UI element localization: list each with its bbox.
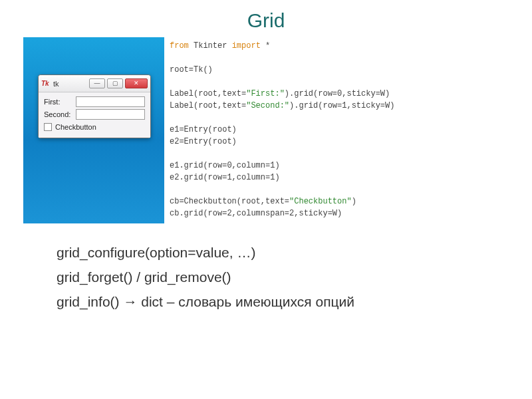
entry-second[interactable] [76, 109, 145, 120]
code-text: e2.grid(row=1,column=1) [170, 173, 280, 182]
code-text: ) [352, 197, 356, 206]
label-first: First: [44, 98, 76, 106]
code-text: Label(root,text= [170, 101, 246, 110]
form-row-first: First: [44, 96, 145, 107]
methods-block: grid_configure(option=value, …) grid_for… [0, 223, 532, 314]
window-title: tk [53, 80, 89, 88]
titlebar: Tk tk — ▢ ✕ [39, 75, 150, 92]
string-literal: "Checkbutton" [289, 197, 352, 206]
code-text: cb=Checkbutton(root,text= [170, 197, 289, 206]
minimize-button[interactable]: — [89, 78, 105, 88]
code-text: ).grid(row=0,sticky=W) [285, 89, 390, 98]
desktop-screenshot: Tk tk — ▢ ✕ First: Second: [23, 37, 164, 223]
window-body: First: Second: Checkbutton [39, 92, 150, 138]
code-text: Tkinter [189, 41, 232, 51]
string-literal: "Second:" [246, 101, 289, 110]
code-block: from Tkinter import * root=Tk() Label(ro… [164, 37, 400, 222]
slide: Grid Tk tk — ▢ ✕ First: [0, 0, 532, 399]
entry-first[interactable] [76, 96, 145, 107]
tk-window: Tk tk — ▢ ✕ First: Second: [38, 74, 151, 138]
method-line-1: grid_configure(option=value, …) [57, 241, 532, 265]
maximize-button[interactable]: ▢ [107, 78, 123, 88]
kw-import: import [232, 41, 261, 51]
string-literal: "First:" [246, 89, 285, 98]
method-line-3: grid_info() → dict – словарь имеющихся о… [57, 290, 532, 315]
code-text: ).grid(row=1,sticky=W) [289, 101, 394, 110]
content-row: Tk tk — ▢ ✕ First: Second: [0, 37, 532, 223]
code-text: root=Tk() [170, 65, 213, 74]
checkbutton-label: Checkbutton [55, 123, 96, 131]
code-text: e1.grid(row=0,column=1) [170, 161, 280, 170]
form-row-second: Second: [44, 109, 145, 120]
close-button[interactable]: ✕ [125, 78, 148, 88]
tk-icon: Tk [41, 79, 51, 88]
method-line-2: grid_forget() / grid_remove() [57, 265, 532, 290]
label-second: Second: [44, 110, 76, 118]
code-text: Label(root,text= [170, 89, 246, 98]
window-buttons: — ▢ ✕ [89, 78, 148, 88]
checkbutton-row: Checkbutton [44, 122, 145, 131]
code-text: e1=Entry(root) [170, 125, 237, 134]
code-text: cb.grid(row=2,columnspan=2,sticky=W) [170, 209, 342, 218]
slide-title: Grid [0, 0, 532, 37]
code-text: * [261, 41, 270, 51]
checkbutton-box[interactable] [44, 123, 52, 131]
code-text: e2=Entry(root) [170, 137, 237, 146]
kw-from: from [170, 41, 189, 51]
